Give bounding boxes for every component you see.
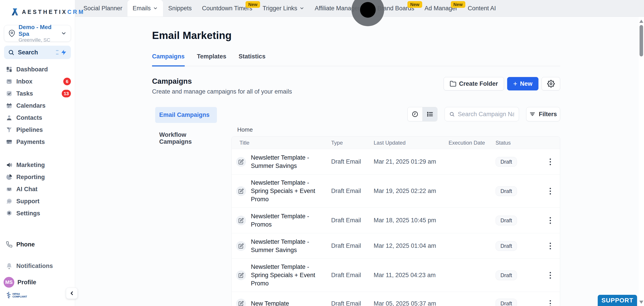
table-row[interactable]: Newsletter Template - Promos Draft Email… — [232, 208, 560, 233]
sidebar-item-contacts[interactable]: Contacts — [0, 112, 75, 124]
status-badge: Draft — [496, 186, 517, 196]
main-content: Email Marketing Campaigns Templates Stat… — [75, 17, 639, 306]
nav-item-emails[interactable]: Emails — [128, 0, 163, 17]
campaign-type: Draft Email — [331, 217, 374, 224]
sidebar-item-payments[interactable]: Payments — [0, 136, 75, 148]
chat-bubble-icon — [6, 198, 12, 205]
pipelines-icon — [6, 126, 12, 133]
chevron-down-icon — [300, 6, 304, 11]
sidebar-item-support[interactable]: Support — [0, 195, 75, 207]
tasks-icon — [6, 90, 12, 97]
location-switcher[interactable]: Demo - Med Spa Greenville, SC — [4, 25, 71, 42]
campaign-type: Draft Email — [331, 242, 374, 249]
sidebar-item-phone[interactable]: Phone — [0, 238, 75, 250]
status-badge: Draft — [496, 241, 517, 251]
campaign-title[interactable]: Newsletter Template - Spring Specials + … — [251, 263, 321, 288]
campaign-updated: Mar 21, 2025 01:29 am — [374, 158, 448, 165]
tab-statistics[interactable]: Statistics — [238, 53, 266, 66]
tab-campaigns[interactable]: Campaigns — [152, 53, 185, 67]
campaign-updated: Mar 18, 2025 10:45 pm — [374, 217, 448, 224]
status-badge: Draft — [496, 157, 517, 167]
campaign-title[interactable]: Newsletter Template - Summer Savings — [251, 154, 321, 170]
scroll-up-arrow-icon[interactable] — [639, 20, 643, 23]
section-subheading: Create and manage campaigns for all of y… — [152, 88, 292, 95]
brand-name: AESTHETIX — [22, 9, 67, 15]
col-title: Title — [232, 140, 331, 146]
sidebar-item-pipelines[interactable]: Pipelines — [0, 124, 75, 136]
sidebar-collapse-button[interactable] — [66, 288, 78, 299]
campaign-updated: Mar 05, 2025 05:37 am — [374, 300, 448, 306]
inbox-icon — [6, 78, 12, 85]
sidebar-item-settings[interactable]: Settings — [0, 207, 75, 219]
sidebar-item-dashboard[interactable]: Dashboard — [0, 63, 75, 76]
payments-icon — [6, 139, 12, 145]
brand-logo-icon — [10, 7, 20, 17]
campaign-settings-button[interactable] — [542, 77, 560, 90]
tab-templates[interactable]: Templates — [197, 53, 226, 66]
nav-item-snippets[interactable]: Snippets — [163, 0, 197, 17]
folder-icon — [450, 80, 456, 87]
gear-icon — [6, 210, 12, 217]
table-row[interactable]: New Template Draft Email Mar 05, 2025 05… — [232, 292, 560, 306]
campaigns-table: Title Type Last Updated Execution Date S… — [232, 136, 560, 306]
row-menu-button[interactable] — [546, 243, 555, 249]
caduceus-icon: ⚕ — [6, 291, 11, 300]
chevron-left-icon — [69, 290, 75, 296]
scrollbar-thumb[interactable] — [640, 25, 643, 56]
nav-item-ad-manager[interactable]: Ad Manager New — [420, 0, 463, 17]
row-menu-button[interactable] — [546, 272, 555, 279]
campaign-type: Draft Email — [331, 272, 374, 279]
scroll-down-arrow-icon[interactable] — [639, 301, 643, 304]
campaign-type: Draft Email — [331, 188, 374, 194]
history-view-button[interactable] — [408, 107, 422, 121]
table-row[interactable]: Newsletter Template - Spring Specials + … — [232, 175, 560, 208]
sidebar-item-calendars[interactable]: Calendars — [0, 100, 75, 112]
sidebar-item-notifications[interactable]: Notifications — [0, 260, 75, 272]
table-row[interactable]: Newsletter Template - Summer Savings Dra… — [232, 233, 560, 259]
bell-icon — [6, 262, 12, 269]
nav-item-social-planner[interactable]: Social Planner — [78, 0, 128, 17]
campaign-title[interactable]: Newsletter Template - Spring Specials + … — [251, 179, 321, 203]
filters-button[interactable]: Filters — [526, 107, 560, 121]
subnav-workflow-campaigns[interactable]: Workflow Campaigns — [155, 127, 217, 150]
sidebar-item-profile[interactable]: MS Profile — [0, 276, 75, 288]
row-menu-button[interactable] — [546, 217, 555, 224]
row-menu-button[interactable] — [546, 158, 555, 165]
subnav-email-campaigns[interactable]: Email Campaigns — [155, 107, 217, 123]
support-button[interactable]: SUPPORT — [598, 295, 637, 306]
campaign-title[interactable]: Newsletter Template - Promos — [251, 212, 321, 229]
breadcrumb[interactable]: Home — [232, 126, 560, 133]
table-row[interactable]: Newsletter Template - Summer Savings Dra… — [232, 149, 560, 175]
campaign-title[interactable]: Newsletter Template - Summer Savings — [251, 238, 321, 254]
brand-suffix: CRM — [67, 9, 85, 15]
sidebar-item-ai-chat[interactable]: AI Chat — [0, 183, 75, 195]
nav-item-content-ai[interactable]: Content AI — [463, 0, 501, 17]
sidebar-item-inbox[interactable]: Inbox 6 — [0, 76, 75, 88]
nav-item-trigger-links[interactable]: Trigger Links — [258, 0, 310, 17]
campaign-search — [444, 107, 519, 121]
brand-logo: AESTHETIXCRM — [10, 7, 75, 17]
row-menu-button[interactable] — [546, 300, 555, 306]
list-icon — [427, 111, 433, 118]
col-status: Status — [496, 140, 544, 146]
campaign-search-input[interactable] — [458, 111, 514, 118]
table-row[interactable]: Newsletter Template - Spring Specials + … — [232, 259, 560, 292]
view-toggle — [408, 107, 438, 121]
sidebar-search[interactable]: Search — [4, 46, 71, 59]
campaign-title[interactable]: New Template — [251, 299, 289, 306]
sidebar-item-tasks[interactable]: Tasks 13 — [0, 88, 75, 100]
nav-item-countdown-timers[interactable]: Countdown Timers New — [197, 0, 258, 17]
list-view-button[interactable] — [422, 107, 437, 121]
campaign-updated: Mar 11, 2025 04:23 am — [374, 272, 448, 279]
create-folder-button[interactable]: Create Folder — [444, 77, 504, 90]
clock-icon — [412, 111, 418, 118]
row-menu-button[interactable] — [546, 188, 555, 194]
cursor-dot — [360, 2, 376, 18]
new-button[interactable]: + New — [507, 77, 538, 90]
sidebar-item-reporting[interactable]: Reporting — [0, 171, 75, 183]
sidebar-item-marketing[interactable]: Marketing — [0, 159, 75, 171]
megaphone-icon — [6, 162, 12, 168]
calendar-icon — [6, 102, 12, 109]
page-scrollbar[interactable] — [639, 17, 644, 306]
quick-actions-bolt-icon — [56, 49, 67, 56]
